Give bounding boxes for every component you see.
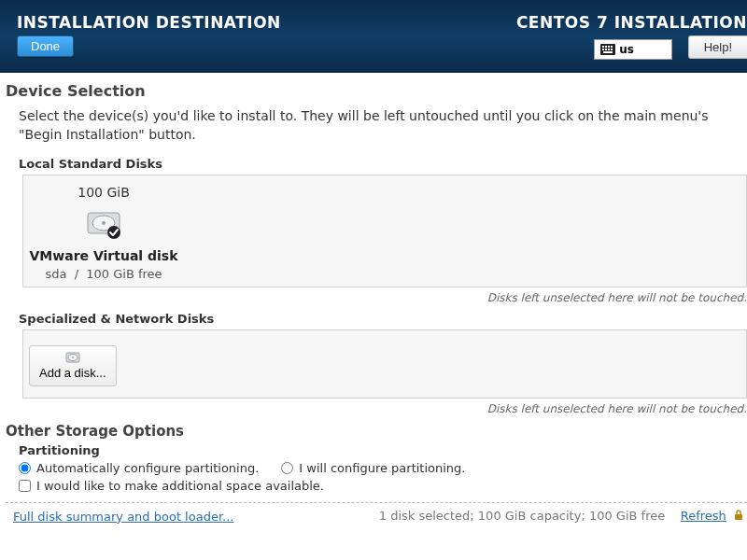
disk-device: sda <box>45 267 66 281</box>
disk-subinfo: sda / 100 GiB free <box>29 267 178 281</box>
keyboard-layout-label: us <box>619 43 634 56</box>
lock-icon <box>734 510 743 524</box>
other-storage-title: Other Storage Options <box>6 423 747 440</box>
svg-rect-3 <box>608 46 610 48</box>
header-bar: INSTALLATION DESTINATION CENTOS 7 INSTAL… <box>0 0 747 73</box>
disk-item[interactable]: 100 GiB VMware Virtual disk sda / 100 Gi… <box>29 185 178 281</box>
svg-rect-1 <box>602 46 604 48</box>
svg-rect-6 <box>605 49 607 50</box>
keyboard-layout-indicator[interactable]: us <box>594 39 672 60</box>
device-selection-title: Device Selection <box>6 82 747 100</box>
main-content: Device Selection Select the device(s) yo… <box>0 73 747 524</box>
make-space-row: I would like to make additional space av… <box>19 479 747 493</box>
svg-point-12 <box>102 221 106 225</box>
keyboard-icon <box>600 44 615 55</box>
local-disks-label: Local Standard Disks <box>19 157 747 171</box>
manual-partitioning-radio[interactable] <box>281 462 293 474</box>
partitioning-mode-row: Automatically configure partitioning. I … <box>19 461 747 475</box>
partitioning-label: Partitioning <box>19 443 747 457</box>
svg-rect-5 <box>602 49 604 50</box>
auto-partitioning-option[interactable]: Automatically configure partitioning. <box>19 461 259 475</box>
device-selection-description: Select the device(s) you'd like to insta… <box>19 107 747 144</box>
network-disks-hint: Disks left unselected here will not be t… <box>19 402 747 415</box>
local-disks-hint: Disks left unselected here will not be t… <box>19 291 747 304</box>
manual-partitioning-label: I will configure partitioning. <box>299 461 465 475</box>
refresh-link[interactable]: Refresh <box>681 509 726 523</box>
svg-rect-2 <box>605 46 607 48</box>
add-disk-button[interactable]: Add a disk... <box>29 345 117 386</box>
auto-partitioning-label: Automatically configure partitioning. <box>36 461 259 475</box>
svg-rect-17 <box>735 514 742 520</box>
disk-summary-link[interactable]: Full disk summary and boot loader... <box>13 510 233 524</box>
svg-point-16 <box>72 357 74 358</box>
disk-small-icon <box>65 352 80 363</box>
help-button[interactable]: Help! <box>688 35 747 59</box>
local-disks-panel: 100 GiB VMware Virtual disk sda / 100 Gi… <box>22 175 747 287</box>
make-space-option[interactable]: I would like to make additional space av… <box>19 479 324 493</box>
auto-partitioning-radio[interactable] <box>19 462 31 474</box>
svg-rect-9 <box>603 51 613 53</box>
make-space-label: I would like to make additional space av… <box>36 479 324 493</box>
disk-name: VMware Virtual disk <box>29 248 178 263</box>
network-disks-label: Specialized & Network Disks <box>19 312 747 326</box>
page-title: INSTALLATION DESTINATION <box>17 13 281 32</box>
done-button[interactable]: Done <box>17 35 74 57</box>
svg-rect-4 <box>611 46 613 48</box>
footer-bar: Full disk summary and boot loader... 1 d… <box>6 509 747 524</box>
svg-rect-8 <box>611 49 613 50</box>
network-disks-panel: Add a disk... <box>22 329 747 399</box>
separator <box>6 502 747 503</box>
manual-partitioning-option[interactable]: I will configure partitioning. <box>281 461 465 475</box>
selection-status: 1 disk selected; 100 GiB capacity; 100 G… <box>379 509 665 523</box>
footer-right: 1 disk selected; 100 GiB capacity; 100 G… <box>379 509 743 524</box>
make-space-checkbox[interactable] <box>19 480 31 492</box>
installer-title: CENTOS 7 INSTALLATION <box>516 13 747 32</box>
add-disk-label: Add a disk... <box>39 366 106 380</box>
disk-size: 100 GiB <box>29 185 178 200</box>
harddisk-icon <box>84 207 123 241</box>
disk-free: 100 GiB free <box>86 267 162 281</box>
svg-rect-7 <box>608 49 610 50</box>
